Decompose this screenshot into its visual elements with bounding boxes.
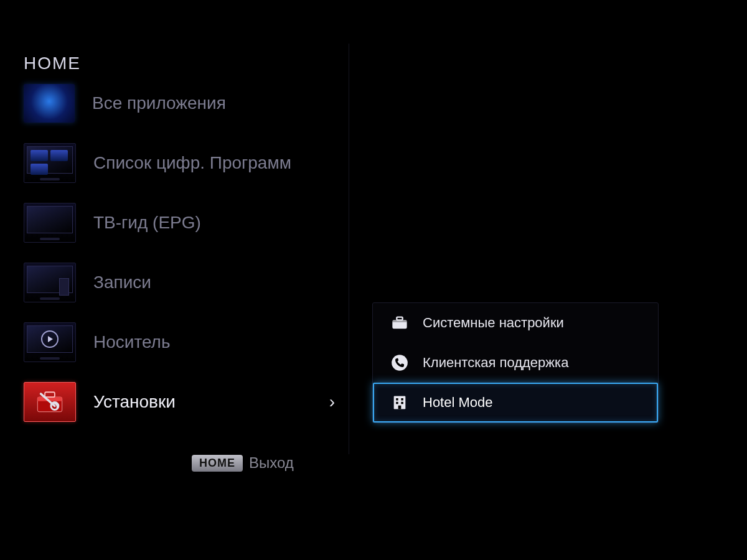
- recordings-icon: [24, 263, 76, 302]
- svg-rect-2: [45, 392, 55, 397]
- epg-icon: [24, 203, 76, 243]
- phone-icon: [389, 352, 410, 373]
- building-icon: [389, 392, 410, 413]
- main-item-label: Установки: [93, 392, 329, 412]
- svg-rect-12: [401, 402, 403, 404]
- main-item-label: Носитель: [93, 332, 347, 352]
- svg-rect-10: [401, 398, 403, 401]
- footer-hint: HOME Выход: [192, 454, 294, 472]
- globe-icon: [24, 84, 75, 123]
- chevron-right-icon: ›: [329, 392, 335, 412]
- media-icon: [24, 322, 76, 362]
- settings-submenu-panel: Системные настройки Клиентская поддержка…: [372, 302, 659, 423]
- svg-rect-13: [398, 406, 402, 409]
- main-item-epg[interactable]: ТВ-гид (EPG): [24, 193, 347, 253]
- svg-rect-6: [397, 317, 402, 320]
- sub-item-system-settings[interactable]: Системные настройки: [373, 303, 658, 343]
- main-item-label: Все приложения: [92, 93, 347, 113]
- svg-point-7: [392, 355, 408, 371]
- vertical-separator: [349, 44, 349, 454]
- sub-item-customer-support[interactable]: Клиентская поддержка: [373, 343, 658, 383]
- main-item-media[interactable]: Носитель: [24, 312, 347, 372]
- main-item-channel-list[interactable]: Список цифр. Программ: [24, 133, 347, 193]
- main-menu-list: Все приложения Список цифр. Программ ТВ-…: [24, 73, 347, 432]
- main-item-all-apps[interactable]: Все приложения: [24, 73, 347, 133]
- main-item-recordings[interactable]: Записи: [24, 253, 347, 312]
- sub-item-label: Hotel Mode: [423, 394, 493, 411]
- home-key-badge: HOME: [192, 455, 243, 472]
- sub-item-label: Клиентская поддержка: [423, 355, 568, 371]
- channel-list-icon: [24, 143, 76, 183]
- main-item-label: Записи: [93, 273, 347, 292]
- main-item-label: ТВ-гид (EPG): [93, 213, 347, 233]
- toolbox-icon: [24, 382, 76, 422]
- svg-rect-11: [396, 402, 398, 404]
- svg-rect-9: [396, 398, 398, 401]
- sub-item-hotel-mode[interactable]: Hotel Mode: [373, 383, 658, 422]
- menu-title: HOME: [24, 54, 81, 73]
- sub-item-label: Системные настройки: [423, 315, 564, 331]
- main-item-label: Список цифр. Программ: [93, 153, 347, 173]
- main-item-settings[interactable]: Установки ›: [24, 372, 347, 432]
- toolbox-icon: [389, 312, 410, 334]
- exit-label: Выход: [249, 454, 294, 472]
